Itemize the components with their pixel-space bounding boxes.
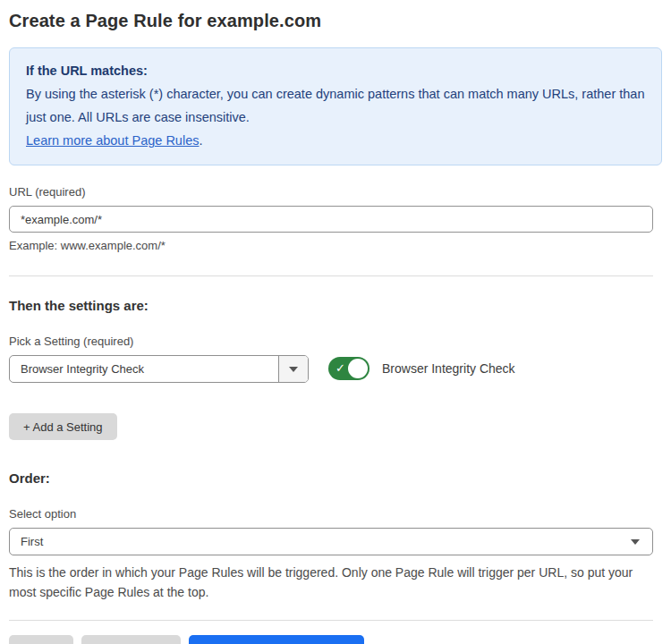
- setting-row: Browser Integrity Check ✓ Browser Integr…: [9, 355, 662, 383]
- info-box-body: By using the asterisk (*) character, you…: [26, 82, 645, 152]
- toggle-knob: [348, 359, 368, 378]
- save-and-deploy-button[interactable]: Save and Deploy Page Rule: [189, 635, 363, 644]
- chevron-down-icon: [631, 539, 640, 545]
- setting-select-value: Browser Integrity Check: [10, 356, 278, 382]
- setting-picker-label: Pick a Setting (required): [9, 335, 662, 348]
- url-input[interactable]: [9, 206, 653, 233]
- order-helper-text: This is the order in which your Page Rul…: [9, 563, 655, 602]
- setting-select-arrow-button[interactable]: [278, 356, 308, 382]
- order-select-label: Select option: [9, 507, 662, 521]
- settings-section-heading: Then the settings are:: [9, 298, 662, 313]
- url-field-label: URL (required): [9, 185, 662, 199]
- footer-divider: [9, 620, 653, 621]
- info-box-body-text: By using the asterisk (*) character, you…: [26, 87, 645, 124]
- info-box-heading: If the URL matches:: [26, 59, 645, 82]
- setting-toggle[interactable]: ✓: [328, 357, 369, 380]
- order-section-heading: Order:: [9, 470, 662, 486]
- check-icon: ✓: [336, 362, 345, 374]
- link-suffix: .: [199, 133, 202, 148]
- page-rule-form: Create a Page Rule for example.com If th…: [0, 0, 671, 644]
- learn-more-link[interactable]: Learn more about Page Rules: [26, 133, 199, 148]
- order-select-value: First: [21, 535, 43, 548]
- url-match-info-box: If the URL matches: By using the asteris…: [9, 47, 662, 165]
- form-actions: Cancel Save as Draft Save and Deploy Pag…: [9, 635, 662, 644]
- setting-toggle-label: Browser Integrity Check: [382, 361, 515, 376]
- cancel-button[interactable]: Cancel: [9, 635, 73, 644]
- order-select[interactable]: First: [9, 528, 653, 555]
- section-divider: [9, 275, 653, 276]
- url-field-helper: Example: www.example.com/*: [9, 239, 662, 252]
- save-as-draft-button[interactable]: Save as Draft: [81, 635, 181, 644]
- page-title: Create a Page Rule for example.com: [9, 11, 662, 31]
- chevron-down-icon: [289, 367, 298, 372]
- add-setting-button[interactable]: + Add a Setting: [9, 413, 117, 440]
- setting-select[interactable]: Browser Integrity Check: [9, 355, 309, 383]
